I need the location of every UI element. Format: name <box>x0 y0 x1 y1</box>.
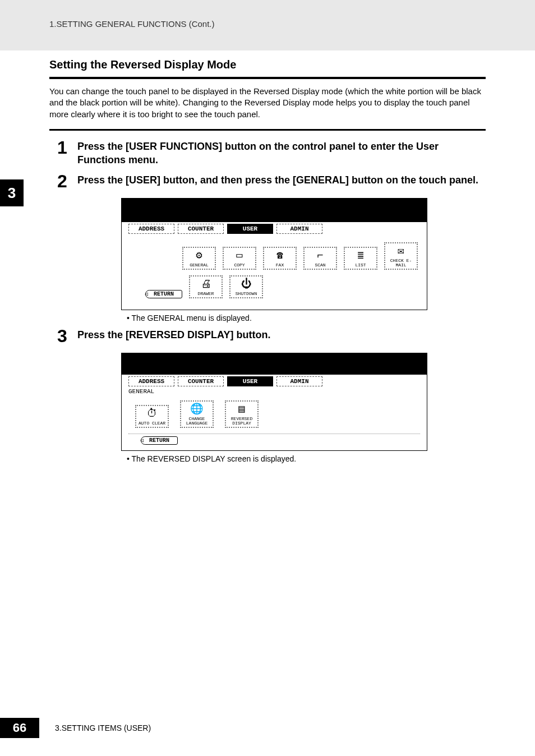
fax-icon: ☎ <box>264 250 296 263</box>
fax-button[interactable]: ☎ FAX <box>263 247 297 270</box>
tab-admin[interactable]: ADMIN <box>276 376 322 386</box>
touch-panel-screenshot-2: ADDRESS COUNTER USER ADMIN GENERAL ⏱ AUT… <box>121 353 427 451</box>
section-intro: You can change the touch panel to be dis… <box>49 86 486 120</box>
step-3-note: The REVERSED DISPLAY screen is displayed… <box>127 454 486 463</box>
list-button[interactable]: ≣ LIST <box>344 247 377 270</box>
copy-icon: ▭ <box>224 250 255 263</box>
list-icon: ≣ <box>345 250 376 263</box>
reversed-display-icon: ▤ <box>226 403 257 417</box>
tab-address[interactable]: ADDRESS <box>128 224 174 234</box>
globe-icon: 🌐 <box>181 403 213 417</box>
section-title: Setting the Reversed Display Mode <box>49 58 486 71</box>
tab-row: ADDRESS COUNTER USER ADMIN <box>122 222 427 236</box>
touch-panel-screenshot-1: ADDRESS COUNTER USER ADMIN ⚙ GENERAL ▭ C… <box>121 198 427 310</box>
step-number: 1 <box>57 139 70 156</box>
step-1: 1 Press the [USER FUNCTIONS] button on t… <box>57 139 486 167</box>
general-icon: ⚙ <box>183 250 215 263</box>
scan-icon: ⌐ <box>305 250 336 263</box>
check-email-button[interactable]: ✉ CHECK E-MAIL <box>384 242 418 270</box>
page-footer: 66 3.SETTING ITEMS (USER) <box>0 718 151 738</box>
tab-counter[interactable]: COUNTER <box>178 224 224 234</box>
return-button[interactable]: RETURN <box>141 436 178 445</box>
tab-user[interactable]: USER <box>227 376 273 386</box>
change-language-button[interactable]: 🌐 CHANGE LANGUAGE <box>180 400 214 428</box>
tab-row: ADDRESS COUNTER USER ADMIN <box>122 375 427 388</box>
tab-user[interactable]: USER <box>227 224 273 234</box>
step-2: 2 Press the [USER] button, and then pres… <box>57 172 486 190</box>
general-button[interactable]: ⚙ GENERAL <box>182 247 216 270</box>
shutdown-icon: ⏻ <box>230 278 262 292</box>
return-button[interactable]: RETURN <box>145 290 182 298</box>
breadcrumb-general: GENERAL <box>122 388 427 397</box>
email-icon: ✉ <box>385 245 417 259</box>
drawer-button[interactable]: 🖨 DRAWER <box>189 275 223 298</box>
scan-button[interactable]: ⌐ SCAN <box>303 247 337 270</box>
screenshot-titlebar <box>122 353 427 375</box>
auto-clear-button[interactable]: ⏱ AUTO CLEAR <box>135 405 169 428</box>
running-header: 1.SETTING GENERAL FUNCTIONS (Cont.) <box>49 19 535 29</box>
tab-admin[interactable]: ADMIN <box>276 224 322 234</box>
copy-button[interactable]: ▭ COPY <box>223 247 256 270</box>
step-text: Press the [USER] button, and then press … <box>77 172 478 187</box>
step-3: 3 Press the [REVERSED DISPLAY] button. <box>57 327 486 345</box>
section-rule <box>49 77 486 79</box>
screenshot-titlebar <box>122 199 427 222</box>
drawer-icon: 🖨 <box>190 278 222 292</box>
step-text: Press the [REVERSED DISPLAY] button. <box>77 327 270 342</box>
reversed-display-button[interactable]: ▤ REVERSED DISPLAY <box>225 400 259 428</box>
tab-counter[interactable]: COUNTER <box>178 376 224 386</box>
steps-rule <box>49 129 486 131</box>
tab-address[interactable]: ADDRESS <box>128 376 174 386</box>
shutdown-button[interactable]: ⏻ SHUTDOWN <box>229 275 263 298</box>
step-number: 3 <box>57 327 70 345</box>
page-number: 66 <box>0 718 39 738</box>
footer-chapter-title: 3.SETTING ITEMS (USER) <box>55 723 151 732</box>
auto-clear-icon: ⏱ <box>136 408 168 421</box>
chapter-side-tab: 3 <box>0 179 24 206</box>
step-2-note: The GENERAL menu is displayed. <box>127 314 486 322</box>
step-number: 2 <box>57 172 70 190</box>
divider <box>128 434 420 434</box>
step-text: Press the [USER FUNCTIONS] button on the… <box>77 139 486 167</box>
